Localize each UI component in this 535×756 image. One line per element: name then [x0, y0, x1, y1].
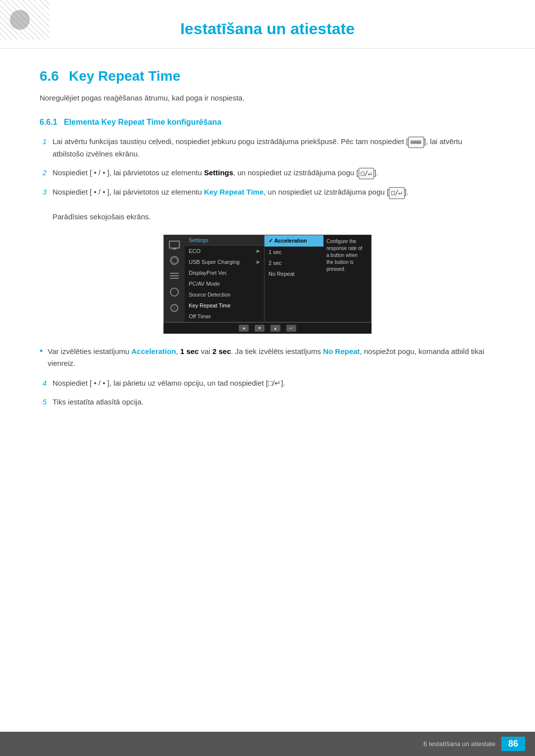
eco-arrow: ▶	[257, 249, 260, 253]
step-1: 1 Lai atvērtu funkcijas taustiņu ceļvedi…	[40, 136, 495, 160]
nav-btn-up[interactable]: ▲	[270, 325, 280, 332]
bullet-content: Var izvēlēties iestatījumu Acceleration,…	[48, 346, 495, 369]
menu-item-pcav[interactable]: PC/AV Mode	[185, 278, 264, 289]
screenshot-note: Parādīsies sekojošais ekrāns.	[53, 212, 151, 221]
icon-plug-item	[167, 255, 181, 266]
source-label: Source Detection	[189, 292, 230, 298]
monitor-menu: i Settings ECO ▶ USB Super Charging ▶	[163, 235, 372, 322]
icon-monitor-item	[167, 239, 181, 250]
nav-btn-enter[interactable]: ↵	[286, 325, 296, 332]
screenshot-container: i Settings ECO ▶ USB Super Charging ▶	[40, 235, 495, 334]
menu-header: Settings	[185, 235, 264, 246]
line-2	[170, 275, 179, 276]
gear-icon	[170, 288, 179, 297]
submenu-norepeat[interactable]: No Repeat	[265, 268, 323, 279]
icon-lines-item	[167, 271, 181, 282]
keyrepeat-label: Key Repeat Time	[189, 302, 230, 308]
icon-gear-item	[167, 287, 181, 298]
key-icon-enter-2: □/↵	[359, 168, 374, 179]
intro-text: Noregulējiet pogas reaģēšanas ātrumu, ka…	[40, 92, 495, 104]
menu-item-dp[interactable]: DisplayPort Ver.	[185, 267, 264, 278]
page-title: Iestatīšana un atiestate	[0, 20, 535, 38]
step-content-3: Nospiediet [ • / • ], lai pārvietotos uz…	[53, 186, 495, 222]
footer-page-number: 86	[501, 737, 525, 751]
menu-item-offtimer[interactable]: Off Timer	[185, 311, 264, 322]
step-number-5: 5	[40, 396, 47, 408]
menu-icons-col: i	[164, 235, 185, 322]
plug-icon	[170, 256, 179, 265]
step-4: 4 Nospiediet [ • / • ], lai pārietu uz v…	[40, 377, 495, 389]
key-icon-enter-3: □/↵	[389, 187, 405, 199]
step-content-4: Nospiediet [ • / • ], lai pārietu uz vēl…	[53, 377, 495, 389]
tooltip-col: Configure the response rate of a button …	[323, 235, 368, 322]
norepeat-label: No Repeat	[323, 347, 360, 355]
menu-item-eco[interactable]: ECO ▶	[185, 246, 264, 256]
circle-icon	[10, 10, 30, 30]
bullet-dot: •	[40, 346, 43, 369]
1sec-label: 1 sec	[180, 347, 199, 355]
step-content-2: Nospiediet [ • / • ], lai pārvietotos uz…	[53, 167, 495, 179]
pcav-label: PC/AV Mode	[189, 281, 220, 287]
screenshot: i Settings ECO ▶ USB Super Charging ▶	[163, 235, 372, 334]
page-footer: 6 Iestatīšana un atiestate 86	[0, 732, 535, 756]
step-2: 2 Nospiediet [ • / • ], lai pārvietotos …	[40, 167, 495, 179]
step-content-5: Tiks iestatīta atlasītā opcija.	[53, 396, 495, 408]
step-number-4: 4	[40, 377, 47, 389]
bullet-list: • Var izvēlēties iestatījumu Acceleratio…	[40, 346, 495, 369]
eco-label: ECO	[189, 248, 201, 254]
step-content-1: Lai atvērtu funkcijas taustiņu ceļvedi, …	[53, 136, 495, 160]
submenu-1sec[interactable]: 1 sec	[265, 247, 323, 257]
submenu-acceleration[interactable]: Acceleration	[265, 235, 323, 247]
step-3: 3 Nospiediet [ • / • ], lai pārvietotos …	[40, 186, 495, 222]
nav-btn-left[interactable]: ◄	[239, 325, 249, 332]
usb-label: USB Super Charging	[189, 259, 240, 265]
page-header: Iestatīšana un atiestate	[0, 0, 535, 49]
bullet-item-1: • Var izvēlēties iestatījumu Acceleratio…	[40, 346, 495, 369]
section-header: 6.6 Key Repeat Time	[40, 68, 495, 84]
line-3	[170, 278, 179, 279]
steps-list: 1 Lai atvērtu funkcijas taustiņu ceļvedi…	[40, 136, 495, 223]
step-number-2: 2	[40, 167, 47, 179]
lines-icon	[170, 273, 179, 280]
key-repeat-time-label: Key Repeat Time	[204, 188, 264, 196]
submenu-col: Acceleration 1 sec 2 sec No Repeat	[264, 235, 323, 322]
settings-label: Settings	[204, 168, 233, 177]
dp-label: DisplayPort Ver.	[189, 270, 227, 276]
footer-section-name: 6 Iestatīšana un atiestate	[424, 740, 495, 748]
menu-bottom-bar: ◄ ▼ ▲ ↵	[163, 322, 372, 334]
icon-info-item: i	[167, 302, 181, 313]
subsection-title: 6.6.1 Elementa Key Repeat Time konfigurē…	[40, 118, 495, 127]
2sec-label: 2 sec	[213, 347, 231, 355]
nav-btn-down[interactable]: ▼	[255, 325, 265, 332]
step-number-3: 3	[40, 186, 47, 222]
acceleration-label: Acceleration	[131, 347, 176, 355]
step-5: 5 Tiks iestatīta atlasītā opcija.	[40, 396, 495, 408]
submenu-2sec[interactable]: 2 sec	[265, 257, 323, 268]
usb-arrow: ▶	[257, 259, 260, 264]
line-1	[170, 273, 179, 274]
menu-item-keyrepeat[interactable]: Key Repeat Time	[185, 300, 264, 311]
menu-item-source[interactable]: Source Detection	[185, 289, 264, 300]
content-area: 6.6 Key Repeat Time Noregulējiet pogas r…	[0, 68, 535, 408]
monitor-icon	[169, 241, 180, 249]
offtimer-label: Off Timer	[189, 313, 211, 319]
section-number: 6.6	[40, 68, 59, 84]
section-title: Key Repeat Time	[69, 68, 180, 84]
step-number-1: 1	[40, 136, 47, 160]
tooltip-text: Configure the response rate of a button …	[326, 239, 362, 272]
info-icon: i	[170, 304, 178, 312]
key-icon-menu: ⊞⊞⊞	[408, 137, 424, 148]
menu-main-col: Settings ECO ▶ USB Super Charging ▶ Disp…	[185, 235, 264, 322]
menu-item-usb[interactable]: USB Super Charging ▶	[185, 256, 264, 267]
